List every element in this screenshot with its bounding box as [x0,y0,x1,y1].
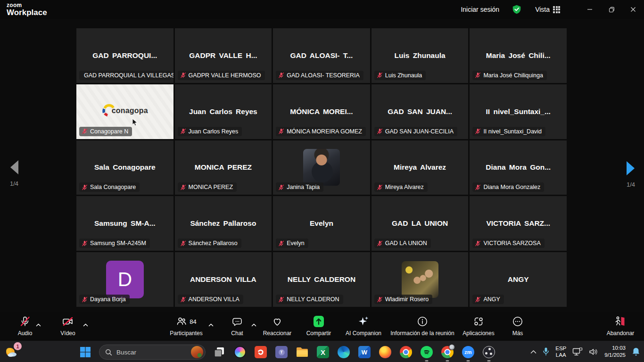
participant-tile[interactable]: Juan Carlos ReyesJuan Carlos Reyes [175,84,272,139]
sign-in-button[interactable]: Iniciar sesión [461,6,499,13]
copilot-app[interactable] [233,345,247,359]
edge-app[interactable] [337,345,351,359]
participant-tile[interactable]: ANGYANGY [470,252,567,307]
participant-name-label: Sala Conagopare [79,182,140,192]
participant-tile[interactable]: GAD ALOASI- T...GAD ALOASI- TESORERIA [273,28,370,83]
chrome-profile-app[interactable] [440,345,454,359]
next-page-icon [625,160,636,176]
pdf-app[interactable] [254,345,268,359]
spotify-app[interactable] [420,345,434,359]
chat-button[interactable]: Chat [225,315,249,337]
muted-mic-icon [180,128,186,134]
leave-button[interactable]: Abandonar [602,315,639,337]
participant-label-text: GAD SAN JUAN-CECILIA [385,128,454,135]
language-indicator[interactable]: ESP LAA [555,345,566,359]
tray-microphone-icon[interactable] [543,347,549,356]
video-button[interactable]: Vídeo [55,315,81,337]
video-options-caret[interactable] [83,320,88,329]
participant-tile[interactable]: GAD LA UNIONGAD LA UNION [372,196,469,251]
more-button[interactable]: Más [505,315,530,337]
participant-tile[interactable]: EvelynEvelyn [273,196,370,251]
participant-name: Juan Carlos Reyes [175,107,272,115]
heart-reaction-icon [272,316,283,327]
participant-tile[interactable]: GAD PARROQUI...GAD PARROQUIAL LA VILLEGA… [76,28,173,83]
participant-tile[interactable]: Maria José Chili...Maria José Chiliquing… [470,28,567,83]
participant-tile[interactable]: VICTORIA SARZ...VICTORIA SARZOSA [470,196,567,251]
muted-mic-icon [377,184,383,190]
participant-name-label: Conagopare N [79,127,132,136]
participant-label-text: Wladimir Rosero [385,296,429,303]
restore-button[interactable] [601,0,622,19]
participant-tile[interactable]: GADPR VALLE H...GADPR VALLE HERMOSO [175,28,272,83]
muted-mic-icon [82,128,88,134]
react-button[interactable]: Reaccionar [258,315,296,337]
logo-text: conagopa [112,106,148,115]
participant-name-label: GAD SAN JUAN-CECILIA [374,127,457,136]
participants-button[interactable]: 84 Participantes [165,315,207,337]
word-icon: W [358,346,371,358]
chat-options-caret[interactable] [251,320,256,329]
participant-tile[interactable]: MÓNICA MOREI...MÓNICA MOREIRA GOMEZ [273,84,370,139]
participant-name: GAD ALOASI- T... [273,51,370,60]
participant-tile[interactable]: Janina Tapia [273,140,370,195]
minimize-button[interactable] [579,0,601,19]
obs-app[interactable] [482,345,496,359]
gallery-next-page[interactable]: 1/4 [625,160,636,188]
participant-label-text: Luis Zhunaula [385,72,422,79]
search-highlight-image[interactable] [191,346,203,358]
participant-tile[interactable]: ANDERSON VILLAANDERSON VILLA [175,252,272,307]
participant-name: Maria José Chili... [470,51,567,60]
participant-tile[interactable]: NELLY CALDERONNELLY CALDERON [273,252,370,307]
participant-tile[interactable]: Luis ZhunaulaLuis Zhunaula [372,28,469,83]
muted-mic-icon [278,72,284,78]
edge-icon [338,346,350,358]
start-button[interactable] [78,345,92,359]
participant-tile[interactable]: MONICA PEREZMONICA PEREZ [175,140,272,195]
security-shield-icon[interactable] [512,4,522,15]
participant-name: Sánchez Pallaroso [175,219,272,228]
muted-mic-icon [180,240,186,247]
tray-expand-caret[interactable] [530,350,537,354]
participant-tile[interactable]: Wladimir Rosero [372,252,469,307]
gallery-prev-page[interactable]: 1/4 [8,159,20,187]
task-view-icon [213,346,225,358]
participant-tile[interactable]: Diana Mora Gon...Diana Mora Gonzalez [470,140,567,195]
participant-name: Evelyn [273,219,370,228]
teams-app[interactable]: T [274,345,289,359]
chat-icon [231,316,243,327]
chrome-app[interactable] [399,345,413,359]
view-button[interactable]: Vista [535,6,560,13]
participant-label-text: Sala Conagopare [90,184,136,190]
participant-tile[interactable]: Samsung SM-A...Samsung SM-A245M [76,196,173,251]
firefox-app[interactable] [378,345,392,359]
participants-options-caret[interactable] [208,320,214,329]
close-button[interactable] [622,0,644,19]
participant-tile[interactable]: II nivel_Suntaxi_...II nivel_Suntaxi_Dav… [470,84,567,139]
audio-button[interactable]: Audio [11,315,39,337]
file-explorer-app[interactable] [295,345,309,359]
ai-companion-button[interactable]: AI Companion [340,315,387,337]
participant-tile[interactable]: GAD SAN JUAN...GAD SAN JUAN-CECILIA [372,84,469,139]
audio-options-caret[interactable] [36,320,41,329]
participant-tile[interactable]: conagopaConagopare N [76,84,173,139]
participant-tile[interactable]: DDayana Borja [76,252,173,307]
weather-widget[interactable]: 1 [4,345,20,360]
word-app[interactable]: W [357,345,372,359]
task-view-button[interactable] [212,345,226,359]
apps-button[interactable]: Aplicaciones [458,315,499,337]
taskbar-search-input[interactable]: Buscar [99,345,206,360]
share-button[interactable]: Compartir [301,315,337,337]
volume-icon[interactable] [589,348,598,356]
clock[interactable]: 10:03 9/1/2025 [604,345,626,359]
participant-tile[interactable]: Sánchez PallarosoSánchez Pallaroso [175,196,272,251]
apps-icon [473,316,484,327]
participant-tile[interactable]: Mireya AlvarezMireya Alvarez [372,140,469,195]
zoom-app[interactable]: zm [461,345,475,359]
participant-tile[interactable]: Sala ConagopareSala Conagopare [76,140,173,195]
excel-app[interactable]: X [316,345,330,359]
network-icon[interactable] [572,347,583,356]
participant-name: Sala Conagopare [76,163,173,172]
muted-mic-icon [475,128,481,134]
notification-bell-icon[interactable] [632,347,640,356]
meeting-info-button[interactable]: Información de la reunión [389,315,455,337]
